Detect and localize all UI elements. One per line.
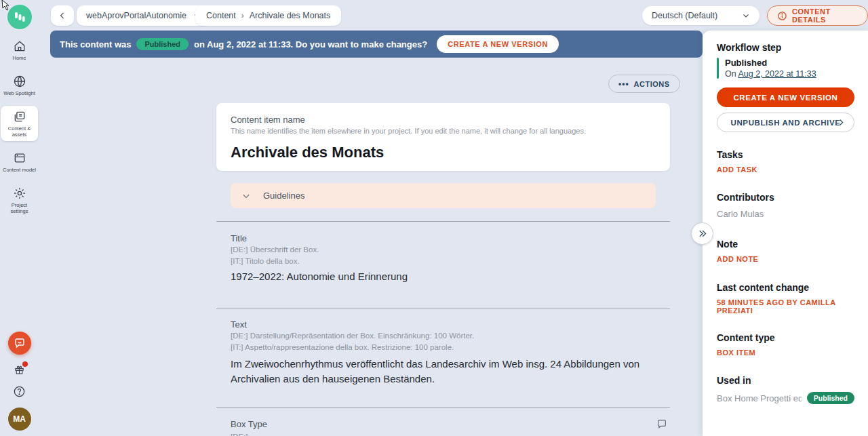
content-details-button[interactable]: CONTENT DETAILS <box>767 5 868 26</box>
sidebar-item-content-model[interactable]: Content model <box>1 147 38 176</box>
mouse-cursor-icon <box>1 0 10 11</box>
workflow-status-name: Published <box>725 58 816 68</box>
note-title: Note <box>717 239 854 250</box>
sidebar-item-label: Content model <box>3 167 36 173</box>
used-in-published-badge: Published <box>807 392 854 404</box>
unpublish-archive-button[interactable]: UNPUBLISH AND ARCHIVE <box>717 113 854 132</box>
box-type-field-label: Box Type <box>231 419 267 429</box>
sidebar-item-label: Content & assets <box>2 125 37 138</box>
comment-icon[interactable] <box>656 418 667 429</box>
double-chevron-right-icon <box>697 229 707 239</box>
title-field-label: Title <box>231 233 247 243</box>
content-type-section: Content type BOX ITEM <box>717 332 854 357</box>
globe-icon <box>13 75 26 88</box>
sidebar-item-label: Home <box>12 55 26 61</box>
content-model-icon <box>13 151 26 165</box>
sidebar-bottom: MA <box>0 332 39 431</box>
breadcrumb: Content › Archivale des Monats <box>195 5 341 26</box>
content-item-name-card: Content item name This name identifies t… <box>216 103 670 171</box>
project-name: webAprovPortalAutonomie <box>86 11 186 20</box>
sidebar-item-content-assets[interactable]: Content & assets <box>1 106 38 141</box>
actions-button[interactable]: ••• ACTIONS <box>608 75 680 93</box>
text-field-label: Text <box>231 319 247 330</box>
project-switcher[interactable]: webAprovPortalAutonomie <box>77 5 211 26</box>
language-selector[interactable]: Deutsch (Default) <box>642 6 760 25</box>
field-divider <box>216 407 670 408</box>
sidebar-item-project-settings[interactable]: Project settings <box>1 182 38 218</box>
text-field-value[interactable]: Im Zweiwochenrhythmus veröffentlicht das… <box>231 357 670 387</box>
used-in-section: Used in Box Home Progetti ed eventi 5...… <box>717 375 854 404</box>
workflow-on-prefix: On <box>725 69 736 79</box>
whats-new-button[interactable] <box>14 364 25 376</box>
breadcrumb-separator: › <box>241 11 244 20</box>
workflow-step-title: Workflow step <box>717 42 854 53</box>
chevron-down-icon <box>241 191 251 201</box>
field-divider <box>216 221 670 222</box>
guidelines-label: Guidelines <box>263 191 304 201</box>
language-value: Deutsch (Default) <box>652 11 717 20</box>
workflow-date-row: On Aug 2, 2022 at 11:33 <box>725 69 816 79</box>
content-assets-icon <box>13 110 26 123</box>
guidelines-toggle[interactable]: Guidelines <box>231 183 656 208</box>
unpublish-archive-label: UNPUBLISH AND ARCHIVE <box>731 119 841 127</box>
chevron-down-icon <box>742 12 750 20</box>
content-type-title: Content type <box>717 332 854 343</box>
used-in-row: Box Home Progetti ed eventi 5... Publish… <box>717 392 854 404</box>
title-field-value[interactable]: 1972–2022: Autonomie und Erinnerung <box>231 271 408 282</box>
sidebar-item-home[interactable]: Home <box>1 35 38 64</box>
published-badge: Published <box>136 38 189 50</box>
title-field-hint-de: [DE:] Überschrift der Box. <box>231 245 319 254</box>
create-new-version-banner-button[interactable]: CREATE A NEW VERSION <box>437 35 559 53</box>
contributor-name[interactable]: Carlo Mulas <box>717 209 854 219</box>
last-content-change-link[interactable]: 58 MINUTES AGO BY CAMILLA PREZIATI <box>717 298 854 315</box>
title-field-hint-it: [IT:] Titolo della box. <box>231 257 300 265</box>
help-button[interactable] <box>13 385 26 398</box>
chevron-left-icon <box>58 12 66 20</box>
breadcrumb-content[interactable]: Content <box>206 11 236 20</box>
banner-suffix: on Aug 2, 2022 at 11:33. Do you want to … <box>194 39 427 49</box>
last-content-change-section: Last content change 58 MINUTES AGO BY CA… <box>717 282 854 315</box>
left-sidebar: Home Web Spotlight Content & assets Cont… <box>0 0 39 436</box>
note-section: Note ADD NOTE <box>717 239 854 263</box>
sidebar-item-label: Web Spotlight <box>3 90 35 96</box>
chat-button[interactable] <box>8 332 31 355</box>
add-task-link[interactable]: ADD TASK <box>717 165 854 174</box>
used-in-item-link[interactable]: Box Home Progetti ed eventi 5... <box>717 393 802 403</box>
collapse-panel-button[interactable] <box>691 222 713 245</box>
content-item-name-label: Content item name <box>231 115 656 125</box>
user-avatar[interactable]: MA <box>8 408 31 431</box>
content-details-panel: Workflow step Published On Aug 2, 2022 a… <box>703 31 868 436</box>
sidebar-item-web-spotlight[interactable]: Web Spotlight <box>1 71 38 100</box>
sidebar-nav: Home Web Spotlight Content & assets Cont… <box>0 35 39 218</box>
workflow-date-link[interactable]: Aug 2, 2022 at 11:33 <box>738 69 816 79</box>
text-field-hint-it: [IT:] Aspetto/rappresentazione della box… <box>231 343 454 351</box>
banner-prefix: This content was <box>60 39 131 49</box>
breadcrumb-current: Archivale des Monats <box>250 11 331 20</box>
content-type-link[interactable]: BOX ITEM <box>717 349 854 357</box>
workflow-status-bar <box>717 58 719 79</box>
published-banner: This content was Published on Aug 2, 202… <box>50 31 703 58</box>
text-field-hint-de: [DE:] Darstellung/Repräsentation der Box… <box>231 332 474 340</box>
contributors-section: Contributors Carlo Mulas <box>717 192 854 219</box>
help-icon <box>13 385 26 398</box>
workflow-status: Published On Aug 2, 2022 at 11:33 <box>717 58 854 79</box>
content-details-label: CONTENT DETAILS <box>792 7 858 24</box>
notification-dot <box>22 361 28 367</box>
chevron-right-icon <box>837 118 846 127</box>
add-note-link[interactable]: ADD NOTE <box>717 255 854 263</box>
home-icon <box>13 39 26 53</box>
gear-icon <box>13 186 26 200</box>
used-in-title: Used in <box>717 375 854 386</box>
actions-label: ACTIONS <box>634 80 670 88</box>
box-type-field-hint-partial: [DE:] <box>231 433 248 436</box>
content-item-name-description: This name identifies the item elsewhere … <box>231 127 656 135</box>
sidebar-item-label: Project settings <box>2 202 37 214</box>
content-item-name-value[interactable]: Archivale des Monats <box>231 144 656 161</box>
info-icon <box>777 11 787 21</box>
app-logo[interactable] <box>7 5 32 29</box>
back-button[interactable] <box>51 5 74 26</box>
ellipsis-icon: ••• <box>618 79 629 89</box>
field-divider <box>216 309 670 309</box>
tasks-title: Tasks <box>717 149 854 160</box>
create-new-version-button[interactable]: CREATE A NEW VERSION <box>717 87 854 107</box>
